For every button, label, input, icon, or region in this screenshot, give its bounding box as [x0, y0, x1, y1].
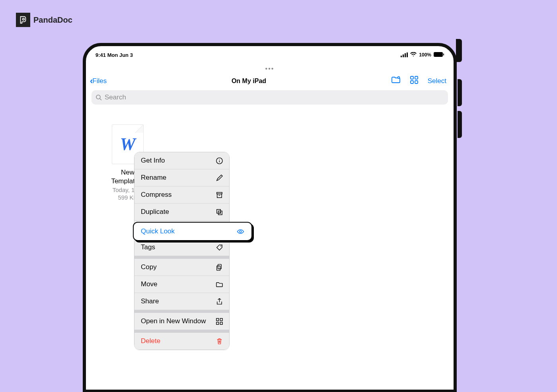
- menu-duplicate[interactable]: Duplicate: [134, 204, 229, 221]
- svg-rect-3: [405, 53, 406, 57]
- svg-rect-10: [411, 81, 413, 83]
- select-button[interactable]: Select: [428, 77, 446, 85]
- svg-rect-18: [217, 194, 221, 198]
- menu-delete[interactable]: Delete: [134, 333, 229, 349]
- svg-rect-6: [443, 53, 444, 55]
- back-label: Files: [92, 77, 107, 85]
- copy-icon: [215, 263, 223, 271]
- menu-move[interactable]: Move: [134, 276, 229, 293]
- battery-icon: [434, 52, 444, 58]
- svg-point-12: [96, 95, 100, 99]
- status-bar: 9:41 Mon Jun 3 100%: [86, 46, 454, 60]
- svg-rect-1: [401, 56, 402, 57]
- pandadoc-logo-icon: [16, 13, 30, 27]
- status-time-date: 9:41 Mon Jun 3: [95, 52, 133, 58]
- svg-line-13: [100, 99, 101, 100]
- multitask-indicator[interactable]: •••: [86, 65, 454, 72]
- signal-icon: [401, 52, 408, 57]
- menu-share[interactable]: Share: [134, 293, 229, 310]
- menu-compress[interactable]: Compress: [134, 186, 229, 204]
- svg-rect-4: [407, 52, 408, 57]
- battery-percent: 100%: [419, 52, 431, 58]
- device-volume-down-button: [458, 111, 462, 138]
- menu-open-new-window[interactable]: Open in New Window: [134, 313, 229, 330]
- svg-rect-9: [415, 76, 418, 79]
- svg-point-16: [219, 159, 220, 159]
- eye-icon: [236, 227, 244, 235]
- trash-icon: [215, 337, 223, 345]
- share-icon: [215, 297, 223, 305]
- menu-tags[interactable]: Tags: [134, 239, 229, 256]
- file-type-glyph: W: [120, 136, 135, 153]
- tag-icon: [215, 243, 223, 251]
- pandadoc-watermark: PandaDoc: [16, 13, 72, 27]
- quick-look-label: Quick Look: [141, 227, 175, 235]
- svg-point-31: [240, 231, 241, 233]
- context-menu: Get Info Rename Compress Duplicate Tags …: [134, 152, 230, 350]
- grid-icon: [215, 317, 223, 325]
- wifi-icon: [410, 52, 417, 58]
- svg-rect-5: [434, 52, 443, 57]
- menu-rename[interactable]: Rename: [134, 169, 229, 186]
- search-icon: [95, 94, 102, 101]
- info-icon: [215, 157, 223, 165]
- svg-rect-2: [403, 54, 404, 57]
- duplicate-icon: [215, 208, 223, 216]
- svg-point-0: [23, 18, 25, 20]
- menu-get-info[interactable]: Get Info: [134, 152, 229, 169]
- device-volume-up-button: [458, 79, 462, 106]
- page-title: On My iPad: [232, 78, 266, 85]
- svg-rect-27: [216, 318, 218, 320]
- svg-rect-26: [216, 266, 220, 270]
- files-nav-bar: ‹ Files On My iPad Select: [86, 72, 454, 89]
- folder-icon: [215, 280, 223, 288]
- svg-rect-11: [415, 81, 418, 83]
- back-button[interactable]: ‹ Files: [90, 77, 107, 85]
- device-lock-button: [456, 39, 462, 62]
- pencil-icon: [215, 174, 223, 182]
- menu-copy[interactable]: Copy: [134, 259, 229, 276]
- archive-icon: [215, 191, 223, 199]
- new-folder-button[interactable]: [391, 76, 401, 86]
- view-options-button[interactable]: [409, 76, 419, 86]
- svg-rect-25: [218, 264, 221, 268]
- search-input[interactable]: Search: [92, 90, 448, 105]
- svg-rect-29: [216, 322, 218, 324]
- search-placeholder: Search: [105, 93, 126, 101]
- svg-point-24: [220, 245, 221, 246]
- pandadoc-brand-text: PandaDoc: [33, 16, 72, 25]
- menu-quick-look[interactable]: Quick Look: [133, 222, 252, 241]
- svg-rect-8: [411, 76, 413, 79]
- svg-rect-30: [220, 322, 222, 324]
- svg-rect-28: [220, 318, 222, 320]
